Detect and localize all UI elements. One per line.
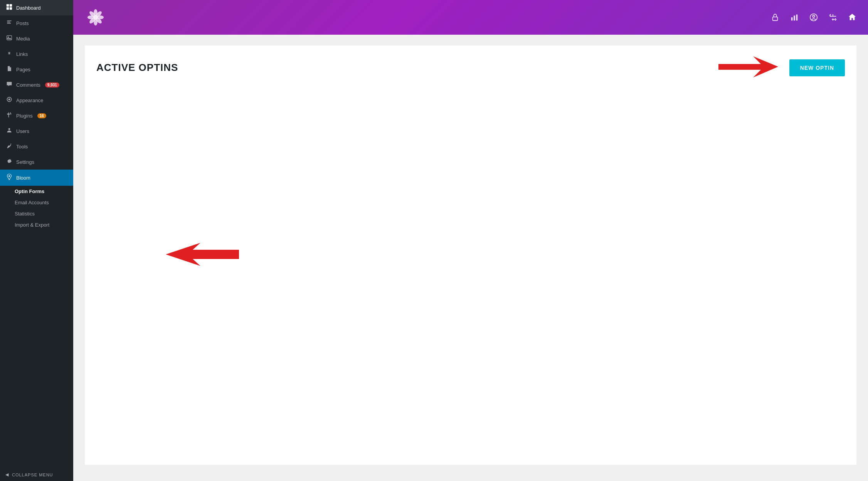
main-area: ACTIVE OPTINS NEW OPTIN (73, 0, 868, 481)
posts-icon (5, 19, 13, 27)
lock-icon[interactable] (771, 13, 779, 22)
svg-rect-4 (7, 35, 12, 40)
plugins-badge: 16 (37, 113, 46, 118)
settings-icon (5, 158, 13, 166)
bloom-icon (5, 173, 13, 182)
sidebar: Dashboard Posts Media Links (0, 0, 73, 481)
svg-rect-3 (10, 7, 12, 10)
svg-rect-19 (791, 17, 793, 20)
home-icon[interactable] (848, 13, 856, 22)
sidebar-item-label: Settings (16, 159, 34, 165)
plugin-logo (85, 7, 106, 28)
svg-point-8 (8, 175, 10, 177)
sidebar-item-label: Comments (16, 82, 40, 88)
page-content: ACTIVE OPTINS NEW OPTIN (73, 35, 868, 481)
sidebar-item-dashboard[interactable]: Dashboard (0, 0, 73, 15)
sidebar-item-settings[interactable]: Settings (0, 154, 73, 170)
sliders-icon[interactable] (829, 13, 837, 22)
svg-point-5 (8, 37, 9, 38)
sidebar-item-plugins[interactable]: Plugins 16 (0, 108, 73, 123)
submenu-optin-forms[interactable]: Optin Forms (0, 186, 73, 197)
sidebar-item-links[interactable]: Links (0, 46, 73, 62)
sidebar-item-label: Appearance (16, 98, 43, 103)
pages-icon (5, 66, 13, 73)
svg-point-23 (812, 15, 815, 18)
sidebar-item-users[interactable]: Users (0, 123, 73, 139)
svg-marker-24 (718, 56, 778, 77)
sidebar-item-label: Plugins (16, 113, 33, 119)
page-header: ACTIVE OPTINS NEW OPTIN (96, 56, 845, 79)
tools-icon (5, 143, 13, 150)
plugin-header (73, 0, 868, 35)
sidebar-item-comments[interactable]: Comments 9,931 (0, 77, 73, 92)
page-title: ACTIVE OPTINS (96, 62, 178, 74)
media-icon (5, 35, 13, 42)
user-circle-icon[interactable] (809, 13, 818, 22)
arrow-right-indicator (718, 56, 780, 79)
sidebar-item-tools[interactable]: Tools (0, 139, 73, 154)
svg-rect-18 (773, 17, 778, 20)
bloom-submenu: Optin Forms Email Accounts Statistics Im… (0, 186, 73, 230)
svg-rect-1 (10, 4, 12, 7)
sidebar-item-bloom[interactable]: Bloom (0, 170, 73, 186)
plugin-header-icons (771, 13, 856, 22)
users-icon (5, 127, 13, 135)
appearance-icon (5, 96, 13, 104)
sidebar-item-media[interactable]: Media (0, 31, 73, 46)
svg-rect-0 (7, 4, 9, 7)
dashboard-icon (5, 4, 13, 12)
svg-marker-25 (166, 243, 239, 266)
sidebar-item-posts[interactable]: Posts (0, 15, 73, 31)
comments-icon (5, 81, 13, 89)
links-icon (5, 50, 13, 58)
new-optin-button[interactable]: NEW OPTIN (789, 59, 845, 76)
sidebar-item-label: Links (16, 51, 28, 57)
sidebar-item-label: Bloom (16, 175, 30, 181)
sidebar-item-label: Media (16, 36, 30, 42)
submenu-email-accounts[interactable]: Email Accounts (0, 197, 73, 208)
svg-point-17 (93, 15, 98, 20)
collapse-arrow-icon: ◀ (5, 472, 9, 477)
sidebar-item-label: Dashboard (16, 5, 41, 11)
svg-rect-2 (7, 7, 9, 10)
collapse-menu-button[interactable]: ◀ COLLAPSE MENU (0, 468, 73, 481)
collapse-menu-label: COLLAPSE MENU (12, 473, 53, 477)
sidebar-item-label: Tools (16, 144, 28, 150)
submenu-statistics[interactable]: Statistics (0, 208, 73, 219)
svg-rect-20 (794, 15, 795, 20)
sidebar-item-label: Posts (16, 20, 29, 26)
bar-chart-icon[interactable] (790, 13, 799, 22)
sidebar-item-pages[interactable]: Pages (0, 62, 73, 77)
sidebar-item-label: Pages (16, 67, 30, 72)
submenu-import-export[interactable]: Import & Export (0, 219, 73, 230)
svg-point-7 (8, 128, 10, 130)
svg-point-6 (8, 99, 10, 101)
arrow-left-indicator (162, 243, 239, 267)
sidebar-item-label: Users (16, 128, 29, 134)
svg-rect-21 (796, 15, 798, 21)
comments-badge: 9,931 (45, 82, 59, 87)
plugins-icon (5, 112, 13, 119)
sidebar-item-appearance[interactable]: Appearance (0, 92, 73, 108)
